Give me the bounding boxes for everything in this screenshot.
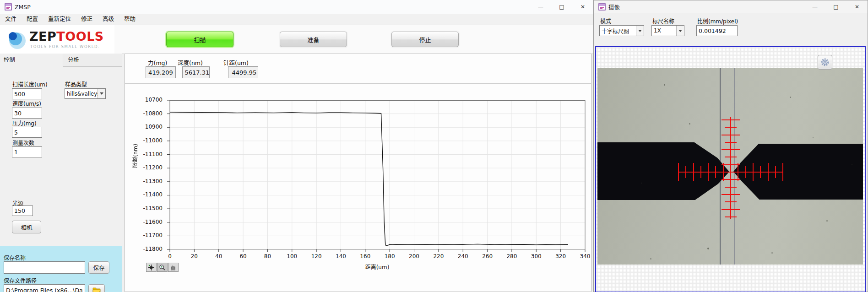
menu-help[interactable]: 帮助: [119, 14, 141, 25]
zeptools-logo-icon: [5, 29, 27, 50]
y-tick-label: -11000: [134, 137, 163, 144]
y-tick-label: -11600: [134, 219, 163, 225]
light-source-input[interactable]: [12, 205, 33, 216]
measure-count-input[interactable]: [12, 146, 42, 157]
force-readout-value: 419.209: [146, 66, 176, 78]
crosshair-mark: [753, 163, 754, 181]
tab-control[interactable]: 控制: [0, 54, 66, 66]
crosshair-mark: [725, 157, 737, 157]
x-tick-label: 340: [577, 253, 591, 260]
prepare-button[interactable]: 准备: [280, 32, 347, 47]
pan-tool-button[interactable]: [168, 263, 179, 272]
crosshair-mark: [708, 163, 709, 181]
crosshair-mark: [738, 163, 738, 181]
browse-folder-button[interactable]: [88, 284, 105, 292]
crosshair-mark: [722, 164, 740, 165]
tab-analysis[interactable]: 分析: [63, 54, 122, 67]
x-tick-label: 40: [211, 253, 227, 260]
camera-window-title: 摄像: [608, 3, 620, 11]
maximize-button[interactable]: □: [551, 0, 572, 14]
save-section: 保存名称 保存 保存文件路径: [0, 246, 122, 292]
separator: [125, 83, 591, 84]
gear-icon: [820, 58, 830, 67]
x-tick-label: 240: [455, 253, 471, 260]
series-depth-profile: [170, 112, 568, 246]
crosshair-mark: [725, 127, 737, 128]
y-tick-label: -11500: [134, 205, 163, 211]
crosshair-mark: [722, 149, 740, 150]
crosshair-mark: [715, 166, 716, 178]
hand-icon: [170, 264, 177, 271]
crosshair-mark: [722, 119, 740, 120]
crosshair-mark: [768, 163, 769, 181]
crosshair-mark: [722, 179, 740, 180]
sample-type-select[interactable]: hills&valleys: [65, 88, 106, 99]
logo-text: ZEPTOOLS: [29, 29, 104, 43]
crosshair-mark: [722, 135, 740, 135]
force-readout-label: 力(mg): [148, 58, 167, 67]
pressure-input[interactable]: [12, 127, 42, 138]
stop-button[interactable]: 停止: [391, 32, 459, 47]
crosshair-mark: [745, 166, 746, 178]
depth-profile-plot[interactable]: [166, 100, 590, 254]
camera-window: 摄像 — □ ✕ 模式 十字标尺图 标尺名称 1X 比例(mm/pixel): [593, 0, 868, 292]
logo-subtitle: TOOLS FOR SMALL WORLD.: [30, 44, 100, 49]
camera-maximize-button[interactable]: □: [825, 0, 846, 13]
x-tick-label: 120: [308, 253, 325, 260]
scale-input[interactable]: [696, 25, 738, 36]
cursor-tool-button[interactable]: [146, 263, 157, 272]
sample-type-label: 样品类型: [65, 80, 87, 88]
close-button[interactable]: ✕: [572, 0, 593, 14]
x-tick-label: 320: [553, 253, 569, 260]
magnifier-icon: [159, 264, 166, 271]
crosshair-mark: [722, 209, 740, 210]
depth-readout-label: 深度(nm): [178, 58, 203, 67]
needle-gap-readout-value: -4499.95: [228, 66, 258, 78]
minimize-button[interactable]: —: [530, 0, 551, 14]
x-tick-label: 60: [235, 253, 251, 260]
screen: ZMSP — □ ✕ 文件 配置 重新定位 修正 高级 帮助 ZEPTOOL: [0, 0, 868, 292]
x-tick-label: 80: [259, 253, 276, 260]
camera-button[interactable]: 相机: [12, 221, 41, 233]
menu-config[interactable]: 配置: [22, 14, 43, 25]
save-name-input[interactable]: [4, 261, 85, 274]
crosshair-mark: [725, 216, 737, 217]
x-tick-label: 300: [528, 253, 544, 260]
camera-settings-button[interactable]: [818, 55, 832, 70]
speck: [813, 137, 814, 138]
crosshair-mark: [725, 187, 737, 188]
crosshair-mark: [722, 194, 740, 195]
zoom-tool-button[interactable]: [157, 263, 168, 272]
save-button[interactable]: 保存: [88, 261, 109, 274]
y-tick-label: -11800: [134, 246, 163, 252]
camera-close-button[interactable]: ✕: [846, 0, 868, 13]
camera-live-image[interactable]: [597, 68, 863, 265]
camera-minimize-button[interactable]: —: [804, 0, 825, 13]
x-tick-label: 260: [479, 253, 496, 260]
main-window: ZMSP — □ ✕ 文件 配置 重新定位 修正 高级 帮助 ZEPTOOL: [0, 0, 594, 292]
x-tick-label: 200: [406, 253, 423, 260]
menu-advanced[interactable]: 高级: [98, 14, 119, 25]
mode-select[interactable]: 十字标尺图: [599, 25, 644, 36]
save-path-label: 保存文件路径: [4, 276, 37, 284]
speck: [650, 258, 651, 260]
speck: [689, 123, 690, 124]
fiber-line: [734, 68, 735, 265]
scan-button[interactable]: 扫描: [166, 32, 233, 47]
crosshair-mark: [760, 166, 761, 178]
measurement-chart-card: 力(mg) 419.209 深度(nm) -5617.31 针距(um) -44…: [125, 54, 591, 292]
depth-readout-value: -5617.31: [182, 66, 210, 78]
scan-length-input[interactable]: [12, 88, 42, 99]
x-tick-label: 140: [332, 253, 349, 260]
save-path-input[interactable]: [4, 284, 85, 292]
chevron-down-icon: [676, 26, 684, 36]
chevron-down-icon: [636, 26, 644, 36]
menu-bar: 文件 配置 重新定位 修正 高级 帮助: [0, 14, 593, 25]
y-tick-label: -11700: [134, 232, 163, 238]
ruler-name-select[interactable]: 1X: [651, 25, 684, 36]
menu-correction[interactable]: 修正: [76, 14, 98, 25]
menu-file[interactable]: 文件: [0, 14, 22, 25]
speed-input[interactable]: [12, 108, 42, 119]
speck: [771, 252, 773, 254]
menu-reposition[interactable]: 重新定位: [43, 14, 76, 25]
